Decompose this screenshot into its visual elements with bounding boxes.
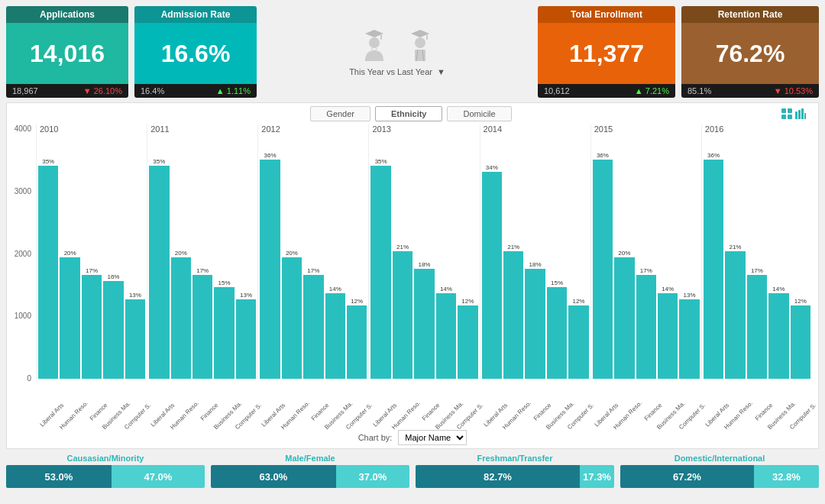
bar-item[interactable]: 21%Human Reso. xyxy=(503,135,523,379)
bar-pct-label: 17% xyxy=(86,268,98,274)
bar-pct-label: 12% xyxy=(461,299,474,305)
female-grad-icon xyxy=(358,27,391,61)
year-group: 201335%Liberal Arts21%Human Reso.18%Fina… xyxy=(368,124,479,379)
chart-controls: Chart by: Major Name xyxy=(10,430,815,445)
metric-card: Freshman/Transfer82.7%17.3% xyxy=(416,454,614,498)
chart-view-icon[interactable] xyxy=(795,108,806,119)
bar-item[interactable]: 34%Liberal Arts xyxy=(482,135,502,379)
year-label: 2015 xyxy=(593,124,700,134)
bar-pct-label: 14% xyxy=(329,286,341,292)
bar-item[interactable]: 35%Liberal Arts xyxy=(38,135,58,379)
metric-bar-left: 82.7% xyxy=(416,465,580,488)
bar-fill xyxy=(282,257,302,380)
bar-item[interactable]: 36%Liberal Arts xyxy=(260,135,280,379)
chartby-select[interactable]: Major Name xyxy=(398,430,467,445)
chart-tabs: Gender Ethnicity Domicile xyxy=(10,106,815,121)
bar-item[interactable]: 15%Business Ma. xyxy=(547,135,567,379)
tab-gender[interactable]: Gender xyxy=(310,106,370,121)
metrics-row: Causasian/Minority53.0%47.0%Male/Female6… xyxy=(6,454,819,498)
svg-rect-14 xyxy=(788,115,792,119)
bar-item[interactable]: 35%Liberal Arts xyxy=(370,135,390,379)
year-group: 201135%Liberal Arts20%Human Reso.17%Fina… xyxy=(147,124,257,379)
bar-fill xyxy=(214,287,234,379)
kpi-row: Applications 14,016 18,967 ▼ 26.10% Admi… xyxy=(6,6,819,98)
bar-item[interactable]: 35%Liberal Arts xyxy=(149,135,169,379)
bar-item[interactable]: 12%Computer S. xyxy=(568,135,588,379)
y-axis-label: 1000 xyxy=(15,312,31,320)
bar-pct-label: 17% xyxy=(640,268,652,274)
bar-fill xyxy=(303,275,323,379)
bar-item[interactable]: 13%Computer S. xyxy=(679,135,699,379)
bar-item[interactable]: 36%Liberal Arts xyxy=(704,135,723,379)
bar-item[interactable]: 12%Computer S. xyxy=(458,135,477,379)
bar-fill xyxy=(568,305,588,379)
metric-bars: 63.0%37.0% xyxy=(211,465,409,488)
year-group: 201236%Liberal Arts20%Human Reso.17%Fina… xyxy=(257,124,368,379)
bar-item[interactable]: 14%Business Ma. xyxy=(325,135,345,379)
bar-pct-label: 18% xyxy=(529,262,542,268)
bar-pct-label: 21% xyxy=(729,244,741,250)
admission-footer: 16.4% ▲ 1.11% xyxy=(134,84,257,98)
svg-rect-15 xyxy=(795,111,798,119)
bar-fill xyxy=(393,251,412,379)
bar-item[interactable]: 13%Computer S. xyxy=(125,135,145,379)
bar-pct-label: 16% xyxy=(107,274,119,280)
bar-item[interactable]: 12%Computer S. xyxy=(347,135,367,379)
bar-fill xyxy=(149,166,169,379)
bars-row: 36%Liberal Arts21%Human Reso.17%Finance1… xyxy=(704,135,810,379)
bar-item[interactable]: 21%Human Reso. xyxy=(393,135,412,379)
bars-row: 36%Liberal Arts20%Human Reso.17%Finance1… xyxy=(593,135,700,379)
bars-row: 35%Liberal Arts20%Human Reso.17%Finance1… xyxy=(149,135,256,379)
tab-domicile[interactable]: Domicile xyxy=(447,106,511,121)
bar-pct-label: 18% xyxy=(418,262,430,268)
bars-row: 34%Liberal Arts21%Human Reso.18%Finance1… xyxy=(482,135,589,379)
bar-pct-label: 12% xyxy=(351,299,363,305)
year-group: 201536%Liberal Arts20%Human Reso.17%Fina… xyxy=(590,124,701,379)
bar-item[interactable]: 14%Business Ma. xyxy=(658,135,678,379)
chartby-label: Chart by: xyxy=(358,433,393,442)
bar-pct-label: 15% xyxy=(551,280,563,286)
comparison-dropdown[interactable]: This Year vs Last Year ▼ xyxy=(349,67,445,76)
bars-row: 36%Liberal Arts20%Human Reso.17%Finance1… xyxy=(260,135,367,379)
bar-item[interactable]: 17%Finance xyxy=(636,135,656,379)
bar-item[interactable]: 17%Finance xyxy=(192,135,212,379)
applications-prev: 18,967 xyxy=(12,86,38,95)
svg-rect-2 xyxy=(380,34,382,40)
bar-item[interactable]: 20%Human Reso. xyxy=(171,135,191,379)
bar-item[interactable]: 17%Finance xyxy=(82,135,102,379)
bar-item[interactable]: 13%Computer S. xyxy=(236,135,256,379)
applications-footer: 18,967 ▼ 26.10% xyxy=(6,84,128,98)
bar-item[interactable]: 20%Human Reso. xyxy=(60,135,79,379)
chart-area: 40003000200010000 201035%Liberal Arts20%… xyxy=(10,124,815,428)
metric-bar-left: 63.0% xyxy=(211,465,336,488)
bar-item[interactable]: 17%Finance xyxy=(747,135,767,379)
y-axis-label: 2000 xyxy=(15,250,31,258)
bar-item[interactable]: 16%Business Ma. xyxy=(103,135,123,379)
bar-item[interactable]: 20%Human Reso. xyxy=(282,135,302,379)
bar-fill xyxy=(325,293,345,379)
bar-item[interactable]: 14%Business Ma. xyxy=(768,135,788,379)
bar-item[interactable]: 17%Finance xyxy=(303,135,323,379)
metric-bar-right: 17.3% xyxy=(580,465,614,488)
metric-bar-right: 37.0% xyxy=(336,465,409,488)
bar-item[interactable]: 14%Business Ma. xyxy=(436,135,456,379)
metric-bars: 53.0%47.0% xyxy=(6,465,205,488)
bar-item[interactable]: 36%Liberal Arts xyxy=(593,135,613,379)
bar-item[interactable]: 20%Human Reso. xyxy=(614,135,634,379)
svg-rect-6 xyxy=(426,34,428,40)
bar-item[interactable]: 18%Finance xyxy=(414,135,434,379)
retention-change: ▼ 10.53% xyxy=(774,86,813,95)
year-label: 2012 xyxy=(260,124,367,134)
svg-rect-18 xyxy=(804,113,806,119)
table-view-icon[interactable] xyxy=(781,108,792,119)
metric-bar-right: 32.8% xyxy=(754,465,819,488)
bar-fill xyxy=(636,275,656,379)
bar-fill xyxy=(458,305,477,379)
svg-rect-17 xyxy=(801,108,804,119)
bar-item[interactable]: 18%Finance xyxy=(525,135,545,379)
tab-ethnicity[interactable]: Ethnicity xyxy=(375,106,442,121)
bar-item[interactable]: 21%Human Reso. xyxy=(725,135,745,379)
bar-item[interactable]: 12%Computer S. xyxy=(791,135,810,379)
bar-item[interactable]: 15%Business Ma. xyxy=(214,135,234,379)
svg-rect-11 xyxy=(781,108,786,113)
